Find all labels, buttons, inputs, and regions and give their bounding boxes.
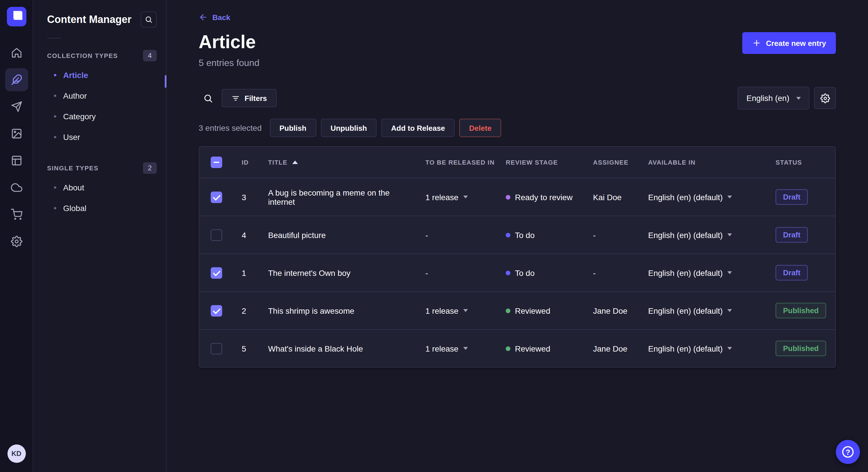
sidebar-item-global[interactable]: Global <box>47 198 157 218</box>
column-header-id[interactable]: ID <box>242 159 268 166</box>
strapi-logo[interactable] <box>7 7 26 26</box>
table-row[interactable]: 4 Beautiful picture - To do - English (e… <box>199 216 835 254</box>
chevron-down-icon <box>463 196 468 198</box>
column-header-title[interactable]: TITLE <box>268 159 425 166</box>
select-all-checkbox[interactable] <box>211 157 222 168</box>
nav-home[interactable] <box>5 41 28 64</box>
sort-asc-icon <box>292 161 298 164</box>
gear-icon <box>11 236 22 247</box>
table-row[interactable]: 3 A bug is becoming a meme on the intern… <box>199 178 835 216</box>
cell-review-stage: To do <box>506 230 593 239</box>
delete-button[interactable]: Delete <box>459 119 501 137</box>
sidebar-item-label: Category <box>63 112 96 121</box>
table-row[interactable]: 1 The internet's Own boy - To do - Engli… <box>199 254 835 291</box>
row-checkbox[interactable] <box>211 267 222 278</box>
single-types-label: SINGLE TYPES <box>47 165 98 171</box>
chevron-down-icon <box>796 97 801 100</box>
table-row[interactable]: 5 What's inside a Black Hole 1 release R… <box>199 329 835 367</box>
chevron-down-icon <box>463 309 468 312</box>
cell-assignee: Jane Doe <box>593 306 648 315</box>
selection-actions-bar: 3 entries selected Publish Unpublish Add… <box>198 119 836 137</box>
cell-locale-dropdown[interactable]: English (en) (default) <box>648 230 776 239</box>
sidebar-item-label: Global <box>63 204 86 213</box>
bullet-icon <box>54 115 56 117</box>
layout-icon <box>11 155 22 166</box>
question-mark-icon: ? <box>842 446 854 458</box>
sidebar-search-button[interactable] <box>141 11 157 28</box>
images-icon <box>11 128 22 139</box>
sidebar-item-about[interactable]: About <box>47 177 157 198</box>
stage-dot-icon <box>506 195 510 199</box>
status-badge: Draft <box>776 265 808 281</box>
bullet-icon <box>54 74 56 76</box>
cell-locale-dropdown[interactable]: English (en) (default) <box>648 306 776 315</box>
list-toolbar: Filters English (en) <box>198 87 836 109</box>
cell-release-dropdown[interactable]: 1 release <box>425 193 506 202</box>
nav-media-library[interactable] <box>5 122 28 145</box>
row-checkbox[interactable] <box>211 305 222 316</box>
create-new-entry-button[interactable]: Create new entry <box>742 32 836 54</box>
cell-locale-dropdown[interactable]: English (en) (default) <box>648 344 776 353</box>
search-icon <box>145 15 153 24</box>
row-checkbox[interactable] <box>211 191 222 203</box>
cell-id: 3 <box>242 193 268 202</box>
nav-deploy[interactable] <box>5 176 28 199</box>
home-icon <box>11 47 22 59</box>
sidebar-item-user[interactable]: User <box>47 127 157 147</box>
sidebar-item-label: Author <box>63 91 87 100</box>
stage-dot-icon <box>506 270 510 275</box>
search-button[interactable] <box>198 89 217 107</box>
row-checkbox[interactable] <box>211 343 222 354</box>
nav-marketplace[interactable] <box>5 203 28 226</box>
cell-release-dropdown[interactable]: 1 release <box>425 306 506 315</box>
cell-title: What's inside a Black Hole <box>268 344 425 353</box>
sidebar-item-author[interactable]: Author <box>47 86 157 106</box>
sidebar-title: Content Manager <box>47 13 131 26</box>
main-content: Back Article 5 entries found Create new … <box>166 0 868 472</box>
bullet-icon <box>54 187 56 189</box>
cell-title: The internet's Own boy <box>268 268 425 277</box>
nav-releases[interactable] <box>5 95 28 118</box>
add-to-release-button[interactable]: Add to Release <box>381 119 455 137</box>
collection-types-count-badge: 4 <box>143 50 157 61</box>
feather-icon <box>11 74 22 86</box>
cell-review-stage: Reviewed <box>506 344 593 353</box>
cell-review-stage: Reviewed <box>506 306 593 315</box>
entries-count: 5 entries found <box>198 58 259 68</box>
cell-locale-dropdown[interactable]: English (en) (default) <box>648 268 776 277</box>
view-settings-button[interactable] <box>814 87 836 109</box>
publish-button[interactable]: Publish <box>270 119 316 137</box>
cell-review-stage: Ready to review <box>506 193 593 202</box>
cloud-icon <box>11 182 22 193</box>
column-header-status: STATUS <box>776 159 835 166</box>
sidebar-item-category[interactable]: Category <box>47 106 157 127</box>
cart-icon <box>11 209 22 220</box>
filters-button[interactable]: Filters <box>222 89 277 107</box>
chevron-down-icon <box>727 347 732 350</box>
locale-select[interactable]: English (en) <box>738 87 809 109</box>
user-avatar[interactable]: KD <box>7 444 26 463</box>
sidebar-item-article[interactable]: Article <box>47 65 157 86</box>
nav-content-manager[interactable] <box>5 68 28 91</box>
bullet-icon <box>54 207 56 209</box>
cell-release-dropdown[interactable]: 1 release <box>425 344 506 353</box>
nav-content-type-builder[interactable] <box>5 149 28 172</box>
arrow-left-icon <box>198 12 208 22</box>
nav-rail: KD <box>0 0 33 472</box>
back-link[interactable]: Back <box>198 12 230 22</box>
row-checkbox[interactable] <box>211 229 222 241</box>
stage-dot-icon <box>506 233 510 237</box>
paper-plane-icon <box>11 101 22 112</box>
chevron-down-icon <box>463 347 468 350</box>
nav-settings[interactable] <box>5 230 28 253</box>
cell-assignee: - <box>593 230 648 239</box>
table-header-row: ID TITLE TO BE RELEASED IN REVIEW STAGE … <box>199 147 835 178</box>
help-button[interactable]: ? <box>836 440 860 464</box>
table-row[interactable]: 2 This shrimp is awesome 1 release Revie… <box>199 291 835 329</box>
sidebar-item-label: Article <box>63 71 88 80</box>
status-badge: Published <box>776 303 826 318</box>
unpublish-button[interactable]: Unpublish <box>321 119 377 137</box>
cell-locale-dropdown[interactable]: English (en) (default) <box>648 193 776 202</box>
sidebar-divider <box>47 38 61 38</box>
section-single-types: SINGLE TYPES 2 About Global <box>47 159 157 218</box>
